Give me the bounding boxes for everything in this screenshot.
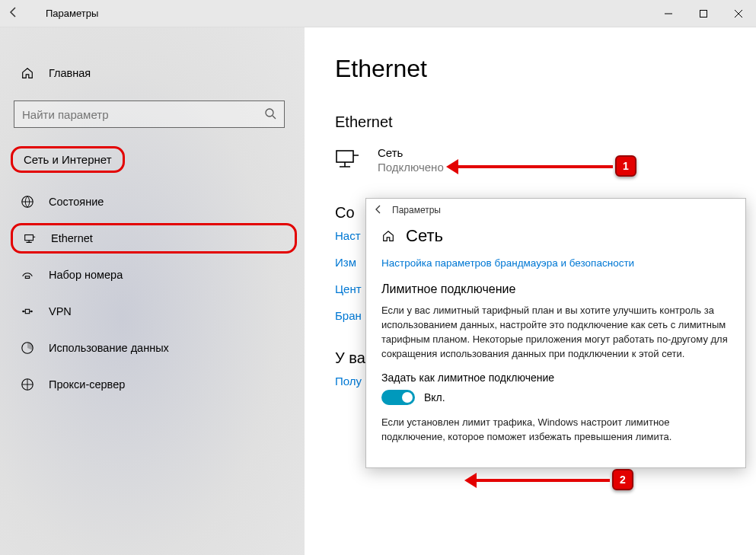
vpn-icon	[20, 305, 35, 318]
globe-icon	[20, 195, 35, 209]
proxy-icon	[20, 378, 35, 391]
sidebar-home[interactable]: Главная	[11, 58, 297, 88]
toggle-state-label: Вкл.	[424, 391, 445, 403]
annotation-badge-2: 2	[612, 469, 633, 490]
section-heading: Ethernet	[335, 113, 726, 131]
sidebar-item-ethernet[interactable]: Ethernet	[11, 223, 297, 254]
svg-rect-4	[25, 276, 29, 279]
sidebar-item-label: Ethernet	[51, 232, 93, 244]
home-icon	[20, 66, 35, 80]
sidebar-item-label: Прокси-сервер	[49, 378, 125, 391]
sidebar-item-data-usage[interactable]: Использование данных	[11, 333, 297, 363]
home-icon	[381, 229, 395, 243]
metered-heading: Лимитное подключение	[381, 282, 730, 296]
page-title: Ethernet	[335, 55, 726, 83]
limit-note: Если установлен лимит трафика, Windows н…	[381, 416, 730, 445]
svg-point-1	[266, 109, 273, 116]
network-entry[interactable]: Сеть Подключено	[335, 146, 726, 174]
window-title: Параметры	[27, 8, 98, 19]
sidebar-item-status[interactable]: Состояние	[11, 187, 297, 217]
sidebar-item-label: Состояние	[49, 196, 104, 208]
metered-toggle[interactable]	[381, 390, 415, 405]
svg-rect-3	[25, 235, 33, 241]
sidebar: Главная Сеть и Интернет Состояние	[0, 27, 305, 555]
network-settings-popup: Параметры Сеть Настройка параметров бран…	[365, 198, 746, 468]
search-input[interactable]	[22, 108, 264, 121]
popup-heading: Сеть	[406, 226, 443, 246]
minimize-button[interactable]	[651, 0, 686, 27]
svg-rect-7	[25, 309, 29, 313]
close-button[interactable]	[721, 0, 756, 27]
sidebar-item-vpn[interactable]: VPN	[11, 296, 297, 327]
sidebar-item-proxy[interactable]: Прокси-сервер	[11, 369, 297, 400]
annotation-arrow-2	[467, 479, 610, 482]
svg-rect-10	[337, 151, 353, 162]
toggle-caption: Задать как лимитное подключение	[381, 372, 730, 384]
network-status: Подключено	[378, 161, 444, 174]
network-name: Сеть	[378, 146, 444, 159]
sidebar-home-label: Главная	[49, 67, 91, 79]
metered-description: Если у вас лимитный тарифный план и вы х…	[381, 304, 730, 361]
titlebar: Параметры	[0, 0, 756, 27]
svg-rect-0	[700, 10, 707, 17]
sidebar-section-header: Сеть и Интернет	[11, 146, 125, 173]
search-box[interactable]	[14, 100, 285, 128]
sidebar-item-label: Использование данных	[49, 342, 169, 354]
annotation-badge-1: 1	[615, 155, 636, 177]
firewall-link[interactable]: Настройка параметров брандмауэра и безоп…	[381, 257, 634, 269]
sidebar-item-label: VPN	[49, 305, 72, 317]
annotation-arrow-1	[449, 165, 613, 168]
back-button[interactable]	[0, 7, 27, 21]
network-icon	[335, 146, 361, 171]
search-icon	[264, 107, 276, 122]
sidebar-item-label: Набор номера	[49, 269, 123, 281]
maximize-button[interactable]	[686, 0, 721, 27]
dialup-icon	[20, 268, 35, 282]
popup-title: Параметры	[392, 205, 441, 215]
popup-back-button[interactable]	[374, 205, 392, 216]
data-usage-icon	[20, 341, 35, 355]
ethernet-icon	[22, 231, 37, 245]
sidebar-item-dialup[interactable]: Набор номера	[11, 260, 297, 290]
popup-titlebar: Параметры	[366, 199, 745, 222]
